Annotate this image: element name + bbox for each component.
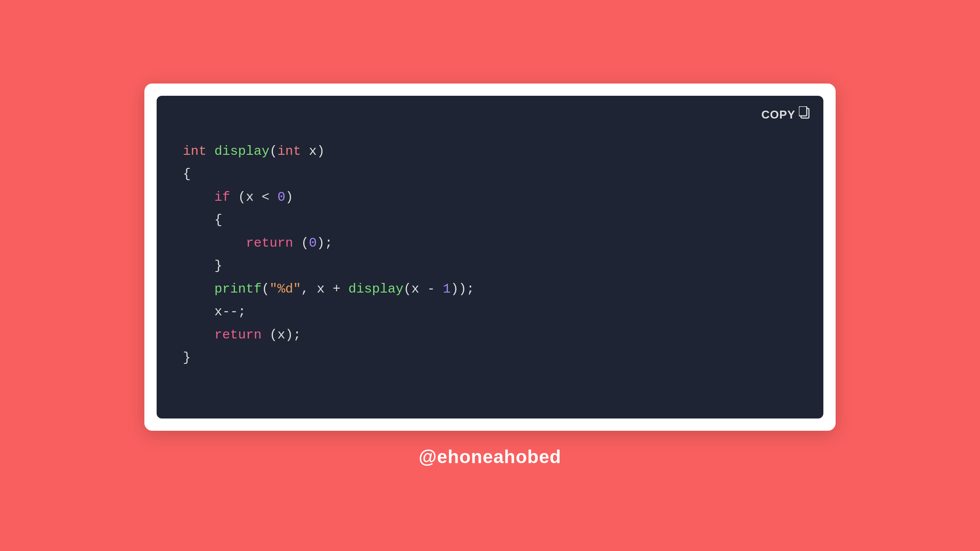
code-card: COPY int display(int x) { if (x < 0) { r…	[157, 96, 823, 418]
code-block: int display(int x) { if (x < 0) { return…	[183, 117, 797, 392]
watermark: @ehoneahobed	[419, 446, 561, 467]
copy-button[interactable]: COPY	[761, 106, 811, 123]
outer-card: COPY int display(int x) { if (x < 0) { r…	[144, 84, 836, 431]
copy-icon	[799, 106, 811, 123]
svg-rect-1	[799, 106, 807, 116]
copy-label: COPY	[761, 108, 795, 122]
